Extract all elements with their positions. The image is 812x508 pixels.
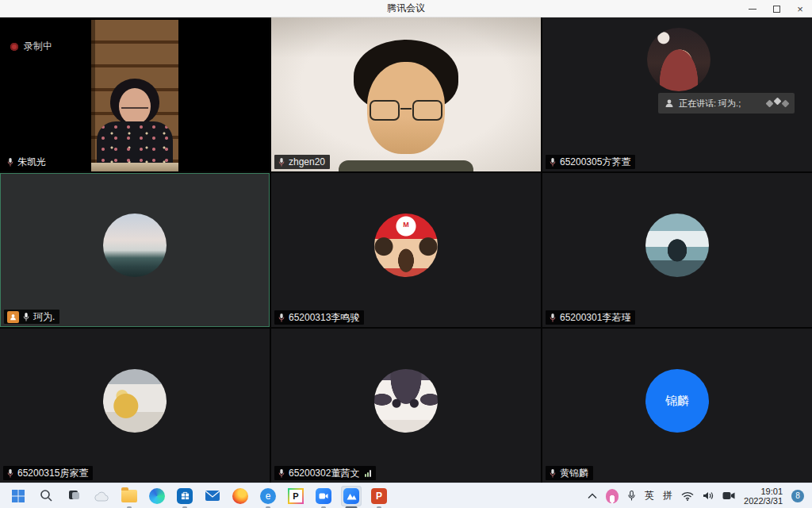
video-app-button[interactable]: [313, 486, 334, 506]
search-button[interactable]: [36, 486, 56, 506]
participant-tile-huangjinlin[interactable]: 锦麟 黄锦麟: [542, 329, 812, 483]
task-view-icon: [67, 489, 81, 502]
participant-name: 朱凯光: [17, 156, 46, 168]
participant-name: 黄锦麟: [560, 467, 588, 479]
participant-name: 65200301李若瑾: [560, 311, 630, 324]
folder-icon: [121, 490, 137, 502]
avatar: [645, 214, 709, 277]
store-icon: [177, 488, 193, 504]
windows-logo-icon: [11, 489, 25, 503]
person-glasses: [370, 100, 442, 122]
host-badge-icon: [7, 311, 19, 323]
taskbar-clock[interactable]: 19:01 2022/3/31: [744, 487, 783, 506]
powerpoint-button[interactable]: P: [369, 486, 389, 506]
avatar: [103, 369, 167, 433]
recording-indicator: 录制中: [10, 40, 52, 53]
avatar-initials: 锦麟: [645, 369, 709, 433]
muted-mic-icon: [549, 468, 557, 479]
person-body: [97, 121, 173, 163]
muted-mic-icon: [278, 313, 285, 323]
file-explorer-button[interactable]: [119, 486, 140, 506]
powerpoint-icon: P: [371, 488, 387, 504]
tray-overflow-chevron-icon[interactable]: [588, 493, 597, 499]
glasses-bridge: [400, 108, 412, 110]
wifi-icon[interactable]: [681, 491, 694, 501]
participant-nameplate: 65200313李鸣骏: [274, 310, 364, 325]
tencent-meeting-button[interactable]: [341, 486, 362, 506]
start-button[interactable]: [8, 486, 29, 506]
maximize-icon: [773, 6, 780, 13]
pycharm-button[interactable]: P: [285, 486, 306, 506]
participant-tile-fangjiaxuan[interactable]: 65200315房家萱: [0, 329, 270, 483]
video-feed: [271, 17, 541, 171]
mail-button[interactable]: [202, 486, 223, 506]
close-button[interactable]: ×: [788, 0, 812, 17]
participant-tile-fangqixuan[interactable]: 正在讲话: 珂为.; 65200305方荠萱: [542, 17, 812, 171]
participant-nameplate: 65200305方荠萱: [546, 155, 635, 169]
person-body: [339, 160, 473, 171]
participant-name: zhgen20: [289, 156, 325, 168]
network-signal-icon: [365, 470, 371, 477]
muted-mic-icon: [6, 157, 14, 167]
video-app-icon: [316, 488, 331, 504]
qq-tray-icon[interactable]: [606, 489, 619, 503]
participant-tile-liruojin[interactable]: 65200301李若瑾: [542, 173, 812, 327]
person-glasses: [121, 102, 148, 109]
microsoft-store-button[interactable]: [174, 486, 195, 506]
speaking-toast-text: 正在讲话: 珂为.;: [679, 98, 741, 110]
participant-grid: 录制中 朱凯光 zhgen20 正在讲话: 珂为.;: [0, 17, 812, 483]
participant-name: 65200315房家萱: [17, 467, 88, 479]
glasses-lens: [412, 100, 442, 121]
mail-icon: [205, 490, 220, 502]
mario-cap-letter: M: [403, 221, 409, 229]
participant-name: 珂为.: [33, 310, 55, 323]
minimize-button[interactable]: [741, 0, 764, 17]
participant-tile-limingjun[interactable]: M 65200313李鸣骏: [271, 173, 541, 327]
participant-nameplate: 黄锦麟: [546, 466, 593, 480]
camera-tray-icon[interactable]: [722, 491, 735, 500]
window-title: 腾讯会议: [387, 2, 425, 15]
taskbar-time: 19:01: [744, 487, 783, 496]
cloud-icon: [94, 491, 109, 502]
participant-tile-zhukaiguang[interactable]: 录制中 朱凯光: [0, 17, 270, 171]
glasses-lens: [370, 100, 400, 121]
participant-tile-kewei[interactable]: 珂为.: [0, 173, 270, 327]
weather-widget[interactable]: [91, 486, 112, 506]
avatar: [647, 28, 710, 91]
e-browser-icon: e: [260, 488, 276, 504]
title-bar: 腾讯会议 ×: [0, 0, 812, 17]
participant-nameplate: 65200315房家萱: [3, 466, 93, 480]
system-tray: 英 拼 19:01 2022/3/31 8: [588, 487, 804, 506]
participant-nameplate: 65200301李若瑾: [546, 310, 635, 325]
participant-name: 65200313李鸣骏: [289, 311, 359, 324]
edge-browser-button[interactable]: [147, 486, 167, 506]
app-e-button[interactable]: e: [258, 486, 278, 506]
participant-nameplate: 65200302董茜文: [274, 466, 376, 480]
audio-wave-icon: [767, 101, 788, 106]
muted-mic-icon: [6, 468, 14, 479]
ime-pinyin-indicator[interactable]: 拼: [663, 489, 672, 502]
search-icon: [40, 489, 53, 502]
participant-name: 65200305方荠萱: [560, 156, 630, 168]
active-mic-icon: [22, 312, 30, 322]
avatar-initials-text: 锦麟: [665, 394, 689, 409]
firefox-button[interactable]: [230, 486, 251, 506]
taskbar-app-icons: e P P: [8, 486, 389, 506]
maximize-button[interactable]: [764, 0, 788, 17]
video-feed: [91, 20, 178, 171]
participant-tile-dongqianwen[interactable]: 65200302董茜文: [271, 329, 541, 483]
participant-name: 65200302董茜文: [289, 467, 359, 479]
task-view-button[interactable]: [63, 486, 84, 506]
volume-icon[interactable]: [703, 491, 714, 501]
speaking-toast: 正在讲话: 珂为.;: [658, 93, 795, 114]
taskbar-date: 2022/3/31: [744, 496, 783, 506]
notification-count-badge[interactable]: 8: [791, 490, 804, 502]
firefox-icon: [232, 488, 248, 504]
windows-taskbar: e P P 英 拼 19:01 2022/3/31: [0, 483, 812, 508]
participant-tile-zhgen20[interactable]: zhgen20: [271, 17, 541, 171]
ime-english-indicator[interactable]: 英: [645, 489, 654, 502]
muted-mic-icon: [549, 313, 557, 323]
desk: [91, 163, 178, 171]
microphone-tray-icon[interactable]: [627, 490, 636, 502]
window-controls: ×: [741, 0, 812, 17]
